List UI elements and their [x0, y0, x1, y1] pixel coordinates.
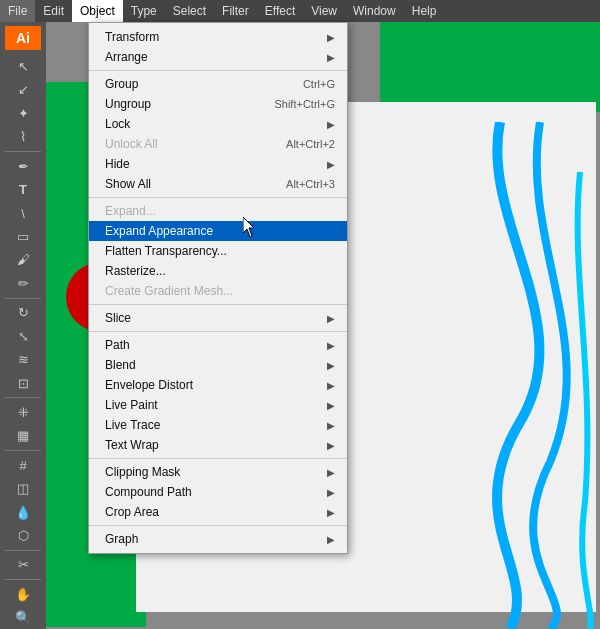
divider-6: [5, 579, 41, 580]
mesh-tool[interactable]: #: [3, 454, 43, 476]
scale-tool[interactable]: ⤡: [3, 325, 43, 347]
shortcut-label: Ctrl+G: [303, 78, 335, 90]
menu-item-group[interactable]: Group Ctrl+G: [89, 74, 347, 94]
arrow-icon: ▶: [327, 32, 335, 43]
eyedropper-tool[interactable]: 💧: [3, 501, 43, 523]
menubar-select[interactable]: Select: [165, 0, 214, 22]
menu-item-label: Live Paint: [105, 398, 158, 412]
menu-item-label: Path: [105, 338, 130, 352]
menubar-file[interactable]: File: [0, 0, 35, 22]
menu-item-slice[interactable]: Slice ▶: [89, 308, 347, 328]
menubar-filter[interactable]: Filter: [214, 0, 257, 22]
blend-tool[interactable]: ⬡: [3, 524, 43, 546]
separator-1: [89, 70, 347, 71]
menu-item-hide[interactable]: Hide ▶: [89, 154, 347, 174]
menu-item-graph[interactable]: Graph ▶: [89, 529, 347, 549]
menu-item-gradient-mesh: Create Gradient Mesh...: [89, 281, 347, 301]
menu-item-compound-path[interactable]: Compound Path ▶: [89, 482, 347, 502]
arrow-icon: ▶: [327, 340, 335, 351]
hand-tool[interactable]: ✋: [3, 583, 43, 605]
menu-item-label: Create Gradient Mesh...: [105, 284, 233, 298]
arrow-icon: ▶: [327, 487, 335, 498]
menu-item-label: Slice: [105, 311, 131, 325]
magic-wand-tool[interactable]: ✦: [3, 102, 43, 124]
divider-1: [5, 151, 41, 152]
menu-item-label: Envelope Distort: [105, 378, 193, 392]
menu-item-label: Expand...: [105, 204, 156, 218]
direct-selection-tool[interactable]: ↙: [3, 79, 43, 101]
divider-4: [5, 450, 41, 451]
menu-item-label: Group: [105, 77, 138, 91]
menu-item-label: Rasterize...: [105, 264, 166, 278]
rect-tool[interactable]: ▭: [3, 225, 43, 247]
menu-item-envelope-distort[interactable]: Envelope Distort ▶: [89, 375, 347, 395]
menubar-effect[interactable]: Effect: [257, 0, 303, 22]
column-graph-tool[interactable]: ▦: [3, 425, 43, 447]
type-tool[interactable]: T: [3, 178, 43, 200]
arrow-icon: ▶: [327, 119, 335, 130]
arrow-icon: ▶: [327, 360, 335, 371]
menu-item-label: Flatten Transparency...: [105, 244, 227, 258]
pen-tool[interactable]: ✒: [3, 155, 43, 177]
zoom-tool[interactable]: 🔍: [3, 607, 43, 629]
separator-2: [89, 197, 347, 198]
menubar-type[interactable]: Type: [123, 0, 165, 22]
menu-item-lock[interactable]: Lock ▶: [89, 114, 347, 134]
divider-2: [5, 298, 41, 299]
warp-tool[interactable]: ≋: [3, 348, 43, 370]
arrow-icon: ▶: [327, 313, 335, 324]
menu-item-label: Ungroup: [105, 97, 151, 111]
selection-tool[interactable]: ↖: [3, 55, 43, 77]
menu-item-flatten-transparency[interactable]: Flatten Transparency...: [89, 241, 347, 261]
line-tool[interactable]: \: [3, 202, 43, 224]
menubar-object[interactable]: Object: [72, 0, 123, 22]
menubar-view[interactable]: View: [303, 0, 345, 22]
arrow-icon: ▶: [327, 440, 335, 451]
lasso-tool[interactable]: ⌇: [3, 126, 43, 148]
menu-item-arrange[interactable]: Arrange ▶: [89, 47, 347, 67]
free-transform-tool[interactable]: ⊡: [3, 372, 43, 394]
menu-item-live-paint[interactable]: Live Paint ▶: [89, 395, 347, 415]
menubar-help[interactable]: Help: [404, 0, 445, 22]
menu-item-clipping-mask[interactable]: Clipping Mask ▶: [89, 462, 347, 482]
left-toolbar: Ai ↖ ↙ ✦ ⌇ ✒ T \ ▭ 🖌 ✏ ↻ ⤡ ≋ ⊡ ⁜ ▦ # ◫ 💧…: [0, 22, 46, 629]
menu-item-label: Show All: [105, 177, 151, 191]
arrow-icon: ▶: [327, 380, 335, 391]
menu-item-label: Crop Area: [105, 505, 159, 519]
menu-item-show-all[interactable]: Show All Alt+Ctrl+3: [89, 174, 347, 194]
shortcut-label: Alt+Ctrl+3: [286, 178, 335, 190]
rotate-tool[interactable]: ↻: [3, 302, 43, 324]
shortcut-label: Shift+Ctrl+G: [274, 98, 335, 110]
gradient-tool[interactable]: ◫: [3, 478, 43, 500]
green-shape-top: [380, 22, 600, 112]
menu-item-crop-area[interactable]: Crop Area ▶: [89, 502, 347, 522]
menu-item-path[interactable]: Path ▶: [89, 335, 347, 355]
menu-item-label: Compound Path: [105, 485, 192, 499]
menubar-edit[interactable]: Edit: [35, 0, 72, 22]
menu-item-ungroup[interactable]: Ungroup Shift+Ctrl+G: [89, 94, 347, 114]
separator-6: [89, 525, 347, 526]
pencil-tool[interactable]: ✏: [3, 272, 43, 294]
arrow-icon: ▶: [327, 159, 335, 170]
menubar-window[interactable]: Window: [345, 0, 404, 22]
symbol-sprayer-tool[interactable]: ⁜: [3, 401, 43, 423]
menu-item-text-wrap[interactable]: Text Wrap ▶: [89, 435, 347, 455]
divider-5: [5, 550, 41, 551]
separator-4: [89, 331, 347, 332]
menu-item-blend[interactable]: Blend ▶: [89, 355, 347, 375]
ai-logo: Ai: [5, 26, 41, 50]
arrow-icon: ▶: [327, 420, 335, 431]
menu-item-rasterize[interactable]: Rasterize...: [89, 261, 347, 281]
blue-curve-svg: [440, 122, 600, 629]
arrow-icon: ▶: [327, 400, 335, 411]
shortcut-label: Alt+Ctrl+2: [286, 138, 335, 150]
menu-item-label: Graph: [105, 532, 138, 546]
menu-item-expand-appearance[interactable]: Expand Appearance: [89, 221, 347, 241]
separator-5: [89, 458, 347, 459]
paintbrush-tool[interactable]: 🖌: [3, 249, 43, 271]
menu-item-live-trace[interactable]: Live Trace ▶: [89, 415, 347, 435]
arrow-icon: ▶: [327, 534, 335, 545]
scissors-tool[interactable]: ✂: [3, 554, 43, 576]
menu-item-label: Arrange: [105, 50, 148, 64]
menu-item-transform[interactable]: Transform ▶: [89, 27, 347, 47]
